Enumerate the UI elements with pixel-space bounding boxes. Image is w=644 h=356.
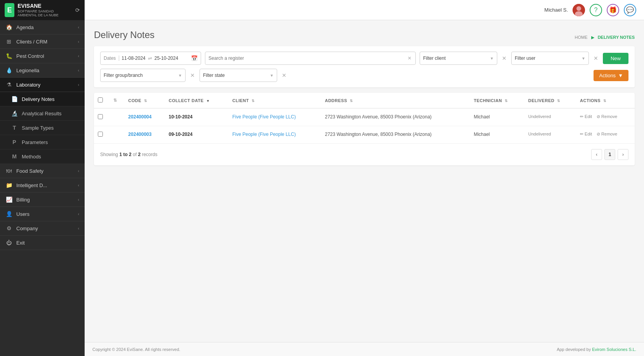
filter-row-1: Dates 11-08-2024 ⇌ 25-10-2024 📅 ✕ Filter… [100, 52, 628, 65]
sidebar-item-food-safety[interactable]: 🍽 Food Safety ‹ [0, 164, 85, 178]
user-select[interactable]: Filter user [515, 56, 580, 61]
actions-chevron-icon: ▼ [618, 73, 623, 78]
search-filter[interactable]: ✕ [205, 52, 416, 65]
sidebar-item-delivery-notes[interactable]: 📄 Delivery Notes [0, 92, 85, 106]
sidebar-item-pest[interactable]: 🐛 Pest Control ‹ [0, 49, 85, 63]
home-icon: 🏠 [5, 24, 12, 30]
filter-row-2: Filter group/branch ▼ ✕ Filter state ▼ ✕… [100, 69, 628, 82]
sidebar-item-clients[interactable]: ⊞ Clients / CRM ‹ [0, 35, 85, 49]
svg-point-1 [575, 11, 583, 16]
collect-date-col-label: COLLECT DATE [168, 98, 203, 103]
row-technician: Michael [470, 126, 524, 144]
search-clear-icon[interactable]: ✕ [407, 56, 412, 61]
calendar-icon[interactable]: 📅 [191, 55, 198, 61]
th-delivered[interactable]: DELIVERED ⇅ [524, 93, 576, 108]
row-client[interactable]: Five People (Five People LLC) [228, 108, 321, 126]
sidebar-item-billing[interactable]: 📈 Billing ‹ [0, 193, 85, 207]
row-actions-cell: ✏ Edit ⊘ Remove [576, 108, 635, 126]
sidebar-item-users[interactable]: 👤 Users ‹ [0, 207, 85, 221]
th-client[interactable]: CLIENT ⇅ [228, 93, 321, 108]
chat-icon[interactable]: 💬 [624, 4, 636, 16]
th-code[interactable]: CODE ⇅ [124, 93, 165, 108]
sidebar-label-analytical-results: Analytical Results [22, 111, 79, 116]
row-code[interactable]: 202400004 [124, 108, 165, 126]
th-actions[interactable]: ACTIONS ⇅ [576, 93, 635, 108]
pest-icon: 🐛 [5, 53, 12, 59]
dropdown-icon: ▼ [178, 73, 182, 78]
collect-date-sort-icon: ▼ [206, 99, 210, 103]
group-clear-icon[interactable]: ✕ [189, 72, 196, 78]
client-sort-icon: ⇅ [252, 99, 255, 103]
state-filter[interactable]: Filter state ▼ [200, 69, 277, 82]
sidebar-item-laboratory[interactable]: ⚗ Laboratory ‹ [0, 78, 85, 92]
clients-icon: ⊞ [5, 38, 12, 45]
sidebar-item-agenda[interactable]: 🏠 Agenda ‹ [0, 20, 85, 35]
chevron-icon: ‹ [78, 212, 79, 216]
new-button[interactable]: New [603, 53, 628, 64]
row-checkbox-1[interactable] [98, 132, 103, 137]
row-address: 2723 Washington Avenue, 85003 Phoenix (A… [321, 108, 470, 126]
refresh-icon[interactable]: ⟳ [75, 7, 80, 13]
chevron-icon: ‹ [78, 183, 79, 188]
client-filter[interactable]: Filter client ▼ [420, 52, 497, 65]
th-technician[interactable]: TECHNICIAN ⇅ [470, 93, 524, 108]
edit-link-1[interactable]: ✏ Edit [580, 132, 592, 137]
sidebar-label-food-safety: Food Safety [16, 168, 74, 174]
sidebar-item-exit[interactable]: ⏻ Exit [0, 236, 85, 250]
remove-link-1[interactable]: ⊘ Remove [597, 132, 617, 137]
sidebar-label-billing: Billing [16, 197, 74, 203]
client-select[interactable]: Filter client [423, 56, 488, 61]
gift-icon[interactable]: 🎁 [607, 4, 619, 16]
client-clear-icon[interactable]: ✕ [501, 55, 507, 61]
code-col-label: CODE [128, 98, 141, 103]
sidebar-item-company[interactable]: ⚙ Company ‹ [0, 221, 85, 236]
app-name: EVISANE [17, 3, 72, 9]
page-1-button[interactable]: 1 [604, 149, 615, 160]
sidebar-item-parameters[interactable]: P Parameters [0, 135, 85, 149]
sidebar-item-intelligent-d[interactable]: 📁 Intelligent D... ‹ [0, 178, 85, 193]
chevron-icon: ‹ [78, 54, 79, 58]
row-client[interactable]: Five People (Five People LLC) [228, 126, 321, 144]
sidebar-item-sample-types[interactable]: T Sample Types [0, 121, 85, 135]
user-clear-icon[interactable]: ✕ [593, 55, 599, 61]
sidebar-item-methods[interactable]: M Methods [0, 149, 85, 164]
row-checkbox-0[interactable] [98, 114, 103, 119]
prev-page-button[interactable]: ‹ [591, 149, 602, 160]
analytical-results-icon: 🔬 [11, 110, 18, 116]
actions-button[interactable]: Actions ▼ [594, 70, 628, 81]
user-filter[interactable]: Filter user ▼ [511, 52, 589, 65]
date-range-filter[interactable]: Dates 11-08-2024 ⇌ 25-10-2024 📅 [100, 52, 201, 65]
th-collect-date[interactable]: COLLECT DATE ▼ [165, 93, 228, 108]
technician-col-label: TECHNICIAN [474, 98, 502, 103]
technician-sort-icon: ⇅ [505, 99, 508, 103]
table-header-row: ⇅ CODE ⇅ COLLECT DATE ▼ CLIENT ⇅ [94, 93, 635, 108]
code-sort-icon: ⇅ [144, 99, 148, 103]
sidebar-label-methods: Methods [22, 154, 79, 160]
group-select[interactable]: Filter group/branch [104, 73, 177, 78]
breadcrumb-home: HOME [575, 35, 588, 40]
laboratory-icon: ⚗ [5, 82, 12, 88]
next-page-button[interactable]: › [618, 149, 628, 160]
state-clear-icon[interactable]: ✕ [281, 72, 287, 78]
chevron-icon: ‹ [78, 198, 79, 202]
th-address[interactable]: ADDRESS ⇅ [321, 93, 470, 108]
state-select[interactable]: Filter state [203, 73, 268, 78]
select-all-checkbox[interactable] [98, 97, 103, 102]
sidebar-label-intelligent: Intelligent D... [16, 182, 74, 188]
search-input[interactable] [208, 56, 407, 61]
row-code[interactable]: 202400003 [124, 126, 165, 144]
developer-link[interactable]: Evirom Soluciones S.L. [592, 347, 636, 352]
pagination-controls: ‹ 1 › [591, 149, 628, 160]
chevron-icon: ‹ [78, 68, 79, 73]
sidebar-item-legionella[interactable]: 💧 Legionella ‹ [0, 63, 85, 78]
breadcrumb: HOME ▶ DELIVERY NOTES [94, 35, 635, 40]
remove-link-0[interactable]: ⊘ Remove [597, 114, 617, 119]
showing-text: Showing [100, 152, 118, 157]
food-safety-icon: 🍽 [5, 168, 12, 174]
group-filter[interactable]: Filter group/branch ▼ [100, 69, 186, 82]
pagination-info: Showing 1 to 2 of 2 records [100, 152, 157, 157]
sidebar-item-analytical-results[interactable]: 🔬 Analytical Results [0, 106, 85, 121]
row-sort-cell [109, 108, 124, 126]
help-icon[interactable]: ? [590, 4, 602, 16]
edit-link-0[interactable]: ✏ Edit [580, 114, 592, 119]
